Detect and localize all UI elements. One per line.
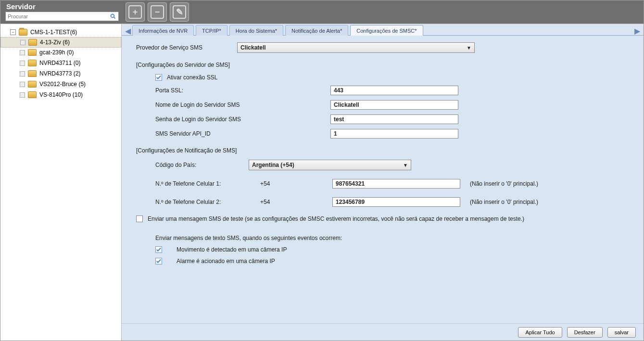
api-id-input[interactable]: 1: [330, 129, 458, 139]
api-id-value: 1: [334, 130, 337, 137]
tree-item-label: gcat-239h (0): [39, 49, 74, 56]
collapse-icon[interactable]: −: [10, 29, 16, 35]
row-login-name: Nome de Login do Servidor SMS Clickatell: [136, 100, 629, 110]
main: ◀ Informações de NVR TCP/IP* Hora do Sis…: [122, 24, 644, 341]
tab-nvr-info[interactable]: Informações de NVR: [132, 25, 194, 36]
row-events-intro: Enviar mensagens de texto SMS, quando os…: [136, 235, 629, 241]
folder-icon: [28, 70, 37, 77]
content-scroll[interactable]: Provedor de Serviço SMS Clickatell ▼ [Co…: [122, 36, 644, 323]
tree-item-label: 4-13-Ziv (6): [40, 39, 70, 46]
folder-icon: [19, 29, 27, 36]
tab-label: TCP/IP*: [202, 28, 221, 34]
connector-icon: [20, 40, 25, 45]
connector-icon: [20, 92, 25, 98]
phone1-input[interactable]: 987654321: [332, 179, 460, 189]
country-select[interactable]: Argentina (+54) ▼: [249, 160, 411, 170]
tree-item-label: NVRD43711 (0): [39, 60, 80, 66]
provider-label: Provedor de Serviço SMS: [136, 44, 237, 51]
phone1-prefix: +54: [260, 180, 332, 187]
section-server-title: [Configurações do Servidor de SMS]: [136, 62, 629, 68]
svg-point-0: [111, 14, 114, 18]
chevron-down-icon: ▼: [403, 163, 408, 168]
ssl-enable-checkbox[interactable]: [155, 74, 162, 81]
tab-scroll-left[interactable]: ◀: [125, 26, 131, 35]
row-api-id: SMS Servidor API_ID 1: [136, 129, 629, 139]
row-event-motion: Movimento é detectado em uma câmera IP: [136, 246, 629, 253]
tree-root[interactable]: − CMS-1-1-TEST(6): [0, 27, 121, 38]
tree-item-1[interactable]: gcat-239h (0): [0, 47, 121, 58]
tab-alert-notification[interactable]: Notificação de Alerta*: [285, 25, 348, 36]
event-motion-checkbox[interactable]: [155, 246, 162, 253]
provider-select[interactable]: Clickatell ▼: [237, 42, 475, 53]
search-input[interactable]: [8, 13, 110, 19]
edit-button[interactable]: ✎: [170, 2, 189, 22]
row-login-pass: Senha de Login do Servidor SMS test: [136, 114, 629, 124]
footer: Aplicar Tudo Desfazer salvar: [122, 323, 644, 341]
search-icon[interactable]: [110, 13, 116, 20]
phone1-value: 987654321: [336, 180, 365, 187]
tab-smsc-config[interactable]: Configurações de SMSC*: [350, 25, 423, 36]
tree-item-4[interactable]: VS2012-Bruce (5): [0, 79, 121, 89]
phone2-prefix: +54: [260, 199, 332, 205]
tree-item-0[interactable]: 4-13-Ziv (6): [0, 37, 121, 48]
tree-root-label: CMS-1-1-TEST(6): [30, 29, 77, 36]
tree-item-2[interactable]: NVRD43711 (0): [0, 58, 121, 68]
search-box[interactable]: [5, 12, 119, 21]
event-alarm-checkbox[interactable]: [155, 258, 162, 265]
connector-icon: [20, 71, 25, 76]
apply-all-button[interactable]: Aplicar Tudo: [518, 327, 562, 338]
top-left: Servidor: [0, 0, 122, 21]
phone2-hint: (Não inserir o '0' principal.): [470, 199, 538, 205]
folder-icon: [28, 49, 37, 56]
country-value: Argentina (+54): [252, 162, 294, 168]
ssl-port-value: 443: [334, 87, 343, 94]
tree-item-label: VS2012-Bruce (5): [39, 81, 86, 88]
login-name-value: Clickatell: [334, 101, 359, 108]
panel-title: Servidor: [4, 0, 118, 12]
folder-icon: [28, 81, 37, 88]
row-provider: Provedor de Serviço SMS Clickatell ▼: [136, 42, 629, 53]
body: − CMS-1-1-TEST(6) 4-13-Ziv (6) gcat-239h…: [0, 24, 644, 341]
row-phone1: N.º de Telefone Celular 1: +54 987654321…: [136, 179, 629, 189]
remove-button[interactable]: −: [148, 2, 167, 22]
row-ssl-port: Porta SSL: 443: [136, 86, 629, 95]
tree-item-5[interactable]: VS-8140Pro (10): [0, 89, 121, 100]
row-country: Código do País: Argentina (+54) ▼: [136, 160, 629, 170]
tab-label: Informações de NVR: [139, 28, 188, 34]
tab-scroll-right[interactable]: ▶: [634, 26, 641, 35]
chevron-down-icon: ▼: [467, 45, 471, 51]
test-sms-checkbox[interactable]: [136, 215, 143, 222]
connector-icon: [20, 82, 25, 87]
undo-button[interactable]: Desfazer: [567, 327, 603, 338]
undo-label: Desfazer: [574, 329, 595, 335]
login-pass-input[interactable]: test: [330, 114, 458, 124]
tab-label: Notificação de Alerta*: [291, 28, 342, 34]
tree-item-label: VS-8140Pro (10): [39, 91, 83, 98]
tree: − CMS-1-1-TEST(6) 4-13-Ziv (6) gcat-239h…: [0, 27, 121, 100]
tab-system-time[interactable]: Hora do Sistema*: [229, 25, 283, 36]
save-button[interactable]: salvar: [607, 327, 636, 338]
folder-icon: [28, 60, 37, 66]
apply-all-label: Aplicar Tudo: [525, 329, 555, 335]
phone2-input[interactable]: 123456789: [332, 197, 460, 207]
tab-strip: ◀ Informações de NVR TCP/IP* Hora do Sis…: [122, 24, 644, 36]
connector-icon: [20, 50, 25, 55]
tree-item-3[interactable]: NVRD43773 (2): [0, 68, 121, 79]
toolbar: + − ✎: [126, 0, 189, 22]
ssl-port-label: Porta SSL:: [155, 87, 330, 94]
save-label: salvar: [615, 329, 629, 335]
tree-item-label: NVRD43773 (2): [39, 70, 80, 77]
login-name-label: Nome de Login do Servidor SMS: [155, 101, 330, 108]
login-pass-value: test: [334, 116, 344, 123]
test-sms-label: Enviar uma mensagem SMS de teste (se as …: [148, 215, 524, 222]
phone2-value: 123456789: [336, 199, 365, 205]
row-event-alarm: Alarme é acionado em uma câmera IP: [136, 258, 629, 265]
sidebar: − CMS-1-1-TEST(6) 4-13-Ziv (6) gcat-239h…: [0, 24, 122, 341]
ssl-port-input[interactable]: 443: [330, 86, 458, 95]
event-motion-label: Movimento é detectado em uma câmera IP: [177, 246, 287, 253]
login-name-input[interactable]: Clickatell: [330, 100, 458, 110]
tab-tcpip[interactable]: TCP/IP*: [196, 25, 227, 36]
add-button[interactable]: +: [126, 2, 145, 22]
provider-value: Clickatell: [240, 44, 266, 51]
section-notify-title: [Configurações de Notificação de SMS]: [136, 147, 629, 154]
